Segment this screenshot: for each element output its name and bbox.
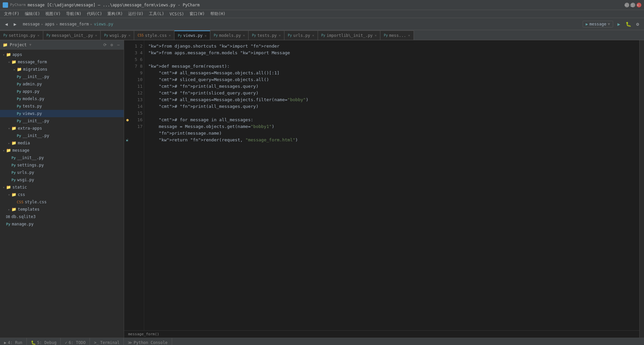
tab-stylecss[interactable]: CSSstyle.css✕ bbox=[134, 30, 174, 40]
menu-item-h[interactable]: 帮助(H) bbox=[208, 10, 228, 17]
tree-item-dbsqlite3[interactable]: DBdb.sqlite3 bbox=[0, 213, 124, 220]
maximize-button[interactable]: □ bbox=[631, 3, 635, 7]
tab-messageinitpy[interactable]: Pymessage\_init_.py✕ bbox=[43, 30, 101, 40]
tree-item-label: tests.py bbox=[22, 104, 42, 109]
tree-item-apps[interactable]: ▾📁apps bbox=[0, 51, 124, 58]
tree-item-static[interactable]: ▾📁static bbox=[0, 184, 124, 191]
app-name: PyCharm bbox=[10, 3, 25, 7]
tree-item-initpy[interactable]: Py__init__.py bbox=[0, 117, 124, 125]
minimize-button[interactable]: – bbox=[625, 3, 629, 7]
toolbar-back[interactable]: ◀ bbox=[3, 20, 10, 28]
tab-close[interactable]: ✕ bbox=[38, 33, 40, 37]
tree-item-media[interactable]: ▸📁media bbox=[0, 139, 124, 147]
tree-item-adminpy[interactable]: Pyadmin.py bbox=[0, 80, 124, 88]
py-icon: Py bbox=[17, 82, 21, 86]
tab-testspy[interactable]: Pytests.py✕ bbox=[249, 30, 284, 40]
breadcrumb-footer: message_form() bbox=[124, 330, 639, 338]
bottom-tab-5debug[interactable]: 🐛5: Debug bbox=[27, 338, 61, 345]
tree-item-testspy[interactable]: Pytests.py bbox=[0, 102, 124, 110]
main-area: 📁 Project ▼ ⟳ ⚙ — ▾📁apps▾📁message_form▸📁… bbox=[0, 40, 644, 338]
settings-icon[interactable]: ⚙ bbox=[634, 20, 641, 28]
bottom-tab-icon: 🐛 bbox=[31, 340, 36, 345]
line-numbers: 1 2 3 4 5 6 7 8 9 10 11 12 13 14 15 16 1… bbox=[131, 40, 144, 330]
right-scrollbar[interactable] bbox=[639, 40, 644, 338]
bottom-tab-pythonconsole[interactable]: ≫Python Console bbox=[124, 338, 172, 345]
menu-item-v[interactable]: 视图(V) bbox=[43, 10, 63, 17]
menu-item-c[interactable]: 代码(C) bbox=[84, 10, 105, 17]
tree-item-initpy[interactable]: Py__init__.py bbox=[0, 73, 124, 80]
toolbar-forward[interactable]: ▶ bbox=[11, 20, 19, 28]
tree-item-message[interactable]: ▾📁message bbox=[0, 147, 124, 154]
py-icon: Py bbox=[11, 163, 16, 167]
tab-wsgipy[interactable]: Pywsgi.py✕ bbox=[101, 30, 134, 40]
gear-icon[interactable]: ⚙ bbox=[109, 42, 114, 48]
tree-item-extraapps[interactable]: ▾📁extra-apps bbox=[0, 125, 124, 132]
tab-icon: Py bbox=[104, 33, 108, 37]
tree-item-css[interactable]: ▾📁css bbox=[0, 191, 124, 198]
tree-item-label: apps bbox=[12, 52, 22, 57]
tree-item-label: settings.py bbox=[17, 163, 44, 167]
bottom-tab-6todo[interactable]: ✓6: TODO bbox=[61, 338, 90, 345]
py-icon: Py bbox=[17, 119, 21, 123]
tab-close[interactable]: ✕ bbox=[169, 33, 171, 37]
bottom-tab-label: 4: Run bbox=[8, 340, 22, 345]
bottom-tab-icon: ▶ bbox=[4, 340, 6, 345]
tab-importlibinitpy[interactable]: Pyimportlib\_init_.py✕ bbox=[318, 30, 380, 40]
tree-item-urlspy[interactable]: Pyurls.py bbox=[0, 169, 124, 176]
tab-close[interactable]: ✕ bbox=[408, 33, 410, 37]
breadcrumb-views[interactable]: views.py bbox=[94, 22, 113, 26]
menu-item-r[interactable]: 重构(R) bbox=[105, 10, 125, 17]
run-config[interactable]: ▶ message ▼ bbox=[583, 21, 613, 27]
tree-item-modelspy[interactable]: Pymodels.py bbox=[0, 95, 124, 102]
tree-item-managepy[interactable]: Pymanage.py bbox=[0, 220, 124, 228]
bottom-tab-terminal[interactable]: >_Terminal bbox=[90, 338, 124, 345]
tab-close[interactable]: ✕ bbox=[128, 33, 130, 37]
menu-item-w[interactable]: 窗口(W) bbox=[187, 10, 208, 17]
tree-item-migrations[interactable]: ▸📁migrations bbox=[0, 66, 124, 73]
tree-item-initpy[interactable]: Py__init__.py bbox=[0, 132, 124, 139]
tab-urlspy[interactable]: Pyurls.py✕ bbox=[284, 30, 318, 40]
folder-arrow: ▾ bbox=[1, 148, 6, 153]
tree-item-templates[interactable]: ▸📁templates bbox=[0, 206, 124, 213]
breadcrumb-message[interactable]: message bbox=[23, 22, 40, 26]
close-button[interactable]: ✕ bbox=[637, 3, 641, 7]
tab-settingspy[interactable]: Pysettings.py✕ bbox=[0, 30, 43, 40]
tab-close[interactable]: ✕ bbox=[243, 33, 245, 37]
tree-item-appspy[interactable]: Pyapps.py bbox=[0, 88, 124, 95]
menu-item-e[interactable]: 编辑(E) bbox=[22, 10, 43, 17]
tab-viewspy[interactable]: Pyviews.py✕ bbox=[174, 30, 210, 40]
run-button[interactable]: ▶ bbox=[615, 20, 623, 28]
folder-icon: 📁 bbox=[11, 141, 16, 145]
folder-icon: 📁 bbox=[11, 60, 16, 64]
file-tree: ▾📁apps▾📁message_form▸📁migrationsPy__init… bbox=[0, 50, 124, 338]
menu-item-f[interactable]: 文件(F) bbox=[1, 10, 22, 17]
breadcrumb-apps[interactable]: apps bbox=[45, 22, 55, 26]
tree-item-settingspy[interactable]: Pysettings.py bbox=[0, 161, 124, 169]
tab-close[interactable]: ✕ bbox=[205, 34, 207, 38]
tree-item-viewspy[interactable]: Pyviews.py bbox=[0, 110, 124, 117]
tab-close[interactable]: ✕ bbox=[375, 33, 377, 37]
tab-modelspy[interactable]: Pymodels.py✕ bbox=[210, 30, 249, 40]
tab-close[interactable]: ✕ bbox=[279, 33, 281, 37]
tree-item-label: __init__.py bbox=[17, 155, 44, 160]
tree-item-stylecss[interactable]: CSSstyle.css bbox=[0, 198, 124, 206]
menu-item-l[interactable]: 工具(L) bbox=[146, 10, 167, 17]
menu-item-u[interactable]: 运行(U) bbox=[125, 10, 146, 17]
py-icon: Py bbox=[17, 97, 21, 101]
tab-close[interactable]: ✕ bbox=[95, 33, 97, 37]
bottom-tab-4run[interactable]: ▶4: Run bbox=[0, 338, 27, 345]
folder-arrow: ▸ bbox=[7, 207, 11, 212]
debug-button[interactable]: 🐛 bbox=[625, 20, 632, 28]
code-content[interactable]: "kw">from django.shortcuts "kw">import "… bbox=[144, 40, 639, 330]
menu-item-n[interactable]: 导航(N) bbox=[63, 10, 84, 17]
tree-item-wsgipy[interactable]: Pywsgi.py bbox=[0, 176, 124, 184]
tab-mess[interactable]: Pymess...✕ bbox=[380, 30, 414, 40]
bottom-tab-label: Python Console bbox=[133, 340, 167, 345]
collapse-icon[interactable]: — bbox=[116, 42, 121, 48]
breadcrumb-message-form[interactable]: message_form bbox=[60, 22, 89, 26]
tab-close[interactable]: ✕ bbox=[312, 33, 314, 37]
tree-item-initpy[interactable]: Py__init__.py bbox=[0, 154, 124, 161]
tree-item-messageform[interactable]: ▾📁message_form bbox=[0, 58, 124, 66]
menu-item-vcss[interactable]: VCS(S) bbox=[167, 11, 187, 17]
sync-icon[interactable]: ⟳ bbox=[102, 42, 108, 48]
